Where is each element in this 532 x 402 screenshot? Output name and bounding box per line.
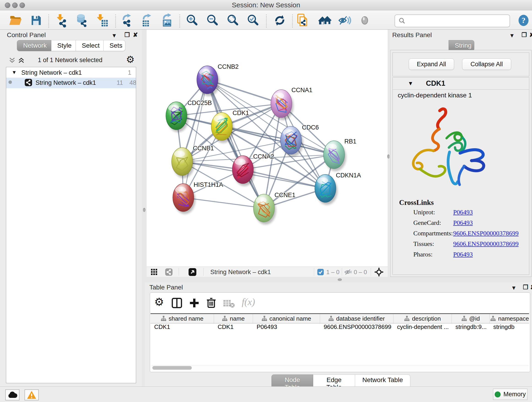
table-cell[interactable]: CDK1 [151, 323, 214, 332]
network-node-ccnb2[interactable]: CCNB2 [197, 63, 239, 96]
table-row[interactable]: CDK1CDK1P064939606.ENSP00000378699cyclin… [151, 323, 529, 332]
crosslink-link[interactable]: P06493 [453, 219, 473, 226]
table-cell[interactable]: 9606.ENSP00000378699 [320, 323, 393, 332]
network-node-ccna1[interactable]: CCNA1 [271, 87, 312, 120]
network-node-ccnb1[interactable]: CCNB1 [172, 145, 214, 178]
column-header-name[interactable]: name [214, 314, 253, 323]
table-cell[interactable]: CDK1 [214, 323, 253, 332]
table-cell[interactable]: cyclin-dependent ... [393, 323, 452, 332]
panel-close-icon[interactable]: ✘ [530, 284, 532, 291]
crosslink-link[interactable]: 9606.ENSP00000378699 [453, 230, 519, 237]
table-settings-gear-icon[interactable]: ⚙ [154, 295, 164, 308]
zoom-selected-button[interactable] [245, 13, 260, 28]
search-input[interactable] [408, 17, 510, 25]
import-network-file-button[interactable] [54, 13, 70, 28]
expand-all-icon[interactable] [18, 57, 25, 64]
create-column-plus-icon[interactable] [189, 298, 200, 308]
protein-structure-image [402, 103, 494, 197]
hidden-eye-icon[interactable] [344, 269, 352, 275]
network-node-rb1[interactable]: RB1 [323, 138, 356, 171]
show-graphics-details-button[interactable] [357, 13, 372, 28]
gear-icon[interactable]: ⚙ [126, 54, 135, 65]
network-node-cdc25b[interactable]: CDC25B [166, 99, 212, 132]
panel-float-icon[interactable]: ❒ [124, 32, 130, 38]
scrollbar-thumb[interactable] [152, 366, 192, 370]
vertical-splitter-right[interactable] [388, 30, 389, 277]
crosslink-link[interactable]: 9606.ENSP00000378699 [453, 240, 519, 248]
crosshair-icon[interactable] [374, 268, 384, 277]
selected-checkbox-icon[interactable] [317, 269, 324, 275]
network-node-cdkn1a[interactable]: CDKN1A [315, 172, 361, 205]
refresh-button[interactable] [272, 13, 287, 28]
column-header-canonicalname[interactable]: canonical name [253, 314, 320, 323]
column-header-id[interactable]: @id [452, 314, 490, 323]
network-node-cdc6[interactable]: CDC6 [280, 124, 319, 157]
export-table-button[interactable] [139, 13, 155, 28]
open-session-button[interactable] [8, 13, 23, 28]
network-collection-row[interactable]: ▼ String Network – cdk1 1 [6, 69, 136, 78]
panel-dropdown-icon[interactable]: ▾ [510, 32, 513, 39]
splitter-handle-icon[interactable] [143, 208, 146, 212]
network-edge[interactable] [207, 80, 264, 208]
column-header-sharedname[interactable]: shared name [151, 314, 214, 323]
import-network-database-button[interactable] [74, 13, 89, 28]
gene-entry-header[interactable]: ▼ CDK1 [393, 77, 529, 89]
table-cell[interactable]: P06493 [253, 323, 320, 332]
function-builder-icon[interactable]: f(x) [242, 296, 255, 307]
save-session-button[interactable] [29, 13, 44, 28]
share-clipboard-button[interactable] [296, 13, 311, 28]
birds-eye-view-icon[interactable] [188, 268, 196, 276]
grid-view-icon[interactable] [151, 269, 158, 275]
collapse-entry-icon[interactable]: ▼ [408, 80, 413, 87]
tab-network[interactable]: Network [17, 40, 51, 51]
network-row-selected[interactable]: String Network – cdk1 11 48 [6, 78, 136, 88]
panel-close-icon[interactable]: ✘ [133, 32, 138, 38]
panel-dropdown-icon[interactable]: ▾ [113, 32, 116, 39]
expand-all-button[interactable]: Expand All [409, 58, 454, 70]
horizontal-splitter[interactable] [145, 277, 532, 282]
splitter-handle-icon[interactable] [338, 279, 342, 281]
hide-unhide-button[interactable] [337, 13, 352, 28]
warnings-button[interactable] [25, 389, 39, 400]
import-table-file-button[interactable] [95, 13, 110, 28]
tab-select[interactable]: Select [76, 40, 104, 51]
export-network-button[interactable] [120, 13, 135, 28]
column-header-description[interactable]: description [393, 314, 452, 323]
tree-expand-icon[interactable]: ▼ [12, 70, 17, 75]
network-share-gray-icon[interactable] [165, 268, 173, 276]
collapse-all-icon[interactable] [9, 57, 16, 64]
tab-style[interactable]: Style [51, 40, 76, 51]
panel-dropdown-icon[interactable]: ▾ [512, 284, 515, 291]
show-column-icon[interactable] [172, 298, 182, 308]
horizontal-scrollbar[interactable] [152, 365, 529, 370]
cloud-status-button[interactable] [5, 389, 19, 400]
column-header-databaseidentifier[interactable]: database identifier [320, 314, 393, 323]
delete-column-trash-icon[interactable] [206, 297, 216, 308]
column-header-namespace[interactable]: namespace [490, 314, 529, 323]
panel-float-icon[interactable]: ❒ [523, 284, 528, 291]
crosslink-link[interactable]: P06493 [453, 209, 473, 216]
toolbar-separator [266, 14, 267, 28]
network-edge[interactable] [183, 80, 207, 198]
export-image-button[interactable] [159, 13, 174, 28]
zoom-in-button[interactable] [184, 13, 200, 28]
crosslink-link[interactable]: P06493 [453, 251, 473, 258]
table-cell[interactable]: stringdb:9... [452, 323, 490, 332]
zoom-fit-button[interactable] [225, 13, 240, 28]
tab-sets[interactable]: Sets [104, 40, 125, 51]
network-edge[interactable] [243, 170, 325, 188]
memory-button[interactable]: Memory [493, 389, 527, 400]
network-graph[interactable]: CCNB2 CCNA1 CDC25B CDK1 CDC6 RB1 CCNB1 [147, 30, 388, 267]
table-cell[interactable]: stringdb [490, 323, 530, 332]
zoom-out-button[interactable] [205, 13, 220, 28]
panel-float-icon[interactable]: ❒ [521, 32, 527, 38]
network-node-hist1h1a[interactable]: HIST1H1A [173, 181, 223, 214]
help-button[interactable]: ? [516, 13, 531, 28]
delete-table-icon[interactable] [223, 299, 235, 308]
tab-string[interactable]: String [449, 40, 474, 51]
network-node-ccne1[interactable]: CCNE1 [253, 191, 296, 225]
network-canvas[interactable]: CCNB2 CCNA1 CDC25B CDK1 CDC6 RB1 CCNB1 [147, 30, 388, 267]
panel-close-icon[interactable]: ✘ [529, 32, 532, 38]
home-button[interactable] [317, 13, 332, 28]
collapse-all-button[interactable]: Collapse All [462, 58, 511, 70]
